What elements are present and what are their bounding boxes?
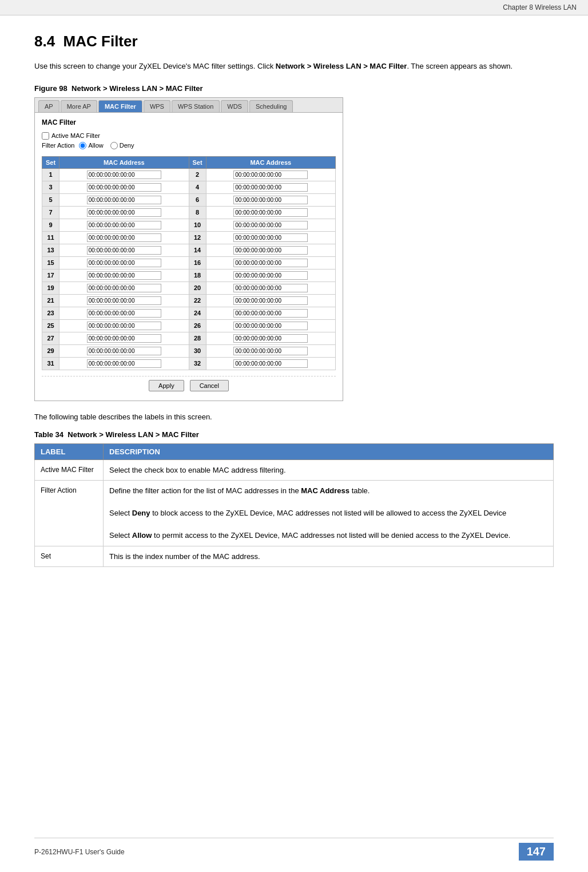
tab-ap[interactable]: AP [38, 100, 59, 112]
mac-input-left[interactable] [87, 171, 161, 179]
set-num-left: 21 [42, 294, 59, 307]
set-num-left: 19 [42, 282, 59, 294]
desc-label: Set [35, 546, 104, 567]
mac-input-left[interactable] [87, 334, 161, 343]
mac-input-right[interactable] [233, 246, 308, 255]
table-row: 29 30 [42, 344, 336, 357]
chapter-title: Chapter 8 Wireless LAN [503, 3, 577, 11]
active-mac-filter-checkbox[interactable] [42, 132, 49, 140]
set-num-right: 4 [189, 181, 206, 193]
mac-input-right[interactable] [233, 334, 308, 343]
set-num-left: 11 [42, 231, 59, 244]
mac-input-right[interactable] [233, 221, 308, 229]
mac-input-right[interactable] [233, 347, 308, 355]
mac-input-left[interactable] [87, 296, 161, 305]
table-row: 7 8 [42, 206, 336, 219]
mac-input-right[interactable] [233, 271, 308, 280]
set-num-left: 13 [42, 244, 59, 256]
mac-input-left[interactable] [87, 322, 161, 330]
set-num-right: 6 [189, 193, 206, 206]
mac-input-left[interactable] [87, 246, 161, 255]
mac-input-right[interactable] [233, 259, 308, 267]
mac-input-left[interactable] [87, 347, 161, 355]
page-number: 147 [519, 843, 554, 861]
mac-input-right[interactable] [233, 359, 308, 368]
mac-input-left[interactable] [87, 309, 161, 318]
page-header: Chapter 8 Wireless LAN [0, 0, 588, 15]
set-num-left: 25 [42, 319, 59, 332]
apply-button[interactable]: Apply [149, 380, 184, 391]
mac-input-cell-right [206, 282, 335, 294]
tab-scheduling[interactable]: Scheduling [249, 100, 293, 112]
active-mac-filter-row: Active MAC Filter [42, 132, 336, 140]
mac-input-right[interactable] [233, 296, 308, 305]
tab-wds[interactable]: WDS [221, 100, 248, 112]
desc-table-row: Set This is the index number of the MAC … [35, 546, 554, 567]
set-num-left: 23 [42, 307, 59, 319]
mac-input-cell-right [206, 269, 335, 282]
table-row: 31 32 [42, 357, 336, 370]
mac-input-cell-left [59, 181, 189, 193]
mac-input-cell-left [59, 357, 189, 370]
table-row: 21 22 [42, 294, 336, 307]
set-num-right: 28 [189, 332, 206, 344]
mac-input-cell-left [59, 307, 189, 319]
mac-input-cell-left [59, 219, 189, 231]
mac-input-cell-right [206, 219, 335, 231]
desc-label: Active MAC Filter [35, 459, 104, 481]
mac-input-cell-left [59, 294, 189, 307]
mac-input-cell-left [59, 244, 189, 256]
radio-allow-label: Allow [88, 142, 103, 149]
radio-deny-label: Deny [120, 142, 134, 149]
cancel-button[interactable]: Cancel [190, 380, 229, 391]
figure-label: Figure 98 Network > Wireless LAN > MAC F… [34, 84, 554, 93]
mac-input-cell-right [206, 193, 335, 206]
mac-input-left[interactable] [87, 208, 161, 217]
mac-input-cell-left [59, 344, 189, 357]
table-row: 23 24 [42, 307, 336, 319]
mac-input-right[interactable] [233, 233, 308, 242]
mac-input-left[interactable] [87, 259, 161, 267]
tab-more-ap[interactable]: More AP [61, 100, 97, 112]
mac-input-cell-right [206, 231, 335, 244]
mac-input-left[interactable] [87, 359, 161, 368]
radio-group: Allow Deny [79, 142, 134, 149]
radio-deny-input[interactable] [110, 142, 118, 149]
set-num-right: 32 [189, 357, 206, 370]
tab-wps[interactable]: WPS [144, 100, 170, 112]
mac-input-right[interactable] [233, 196, 308, 204]
mac-input-left[interactable] [87, 196, 161, 204]
mac-input-left[interactable] [87, 233, 161, 242]
mac-input-cell-right [206, 344, 335, 357]
col-mac-right: MAC Address [206, 156, 335, 168]
mac-input-cell-left [59, 269, 189, 282]
mac-input-right[interactable] [233, 309, 308, 318]
table-row: 13 14 [42, 244, 336, 256]
mac-input-left[interactable] [87, 271, 161, 280]
set-num-right: 10 [189, 219, 206, 231]
set-num-left: 31 [42, 357, 59, 370]
radio-allow: Allow [79, 142, 103, 149]
mac-input-left[interactable] [87, 221, 161, 229]
table-row: 9 10 [42, 219, 336, 231]
set-num-right: 24 [189, 307, 206, 319]
mac-input-right[interactable] [233, 208, 308, 217]
mac-input-cell-right [206, 332, 335, 344]
tab-mac-filter[interactable]: MAC Filter [98, 100, 142, 112]
mac-input-left[interactable] [87, 183, 161, 192]
mac-input-cell-left [59, 206, 189, 219]
mac-input-right[interactable] [233, 322, 308, 330]
set-num-right: 14 [189, 244, 206, 256]
mac-input-right[interactable] [233, 171, 308, 179]
table-row: 25 26 [42, 319, 336, 332]
mac-input-right[interactable] [233, 284, 308, 292]
radio-allow-input[interactable] [79, 142, 86, 149]
mac-input-cell-right [206, 357, 335, 370]
filter-action-label: Filter Action [42, 142, 74, 149]
mac-input-right[interactable] [233, 183, 308, 192]
set-num-right: 16 [189, 256, 206, 269]
screenshot-panel: AP More AP MAC Filter WPS WPS Station WD… [34, 97, 343, 401]
tab-wps-station[interactable]: WPS Station [172, 100, 220, 112]
mac-input-left[interactable] [87, 284, 161, 292]
mac-input-cell-right [206, 319, 335, 332]
